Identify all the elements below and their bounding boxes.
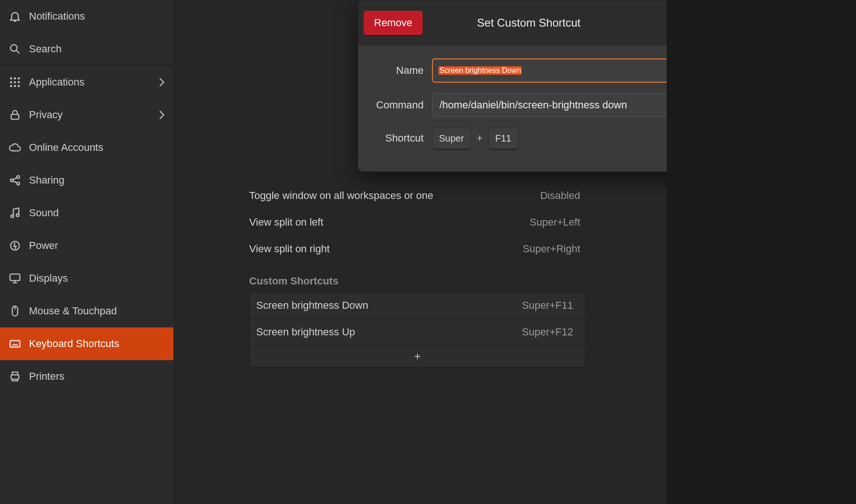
custom-shortcut-row[interactable]: Screen brightness Up Super+F12: [250, 319, 585, 345]
command-label: Command: [370, 99, 432, 111]
svg-point-8: [14, 85, 16, 87]
section-title-custom-shortcuts: Custom Shortcuts: [249, 262, 586, 292]
sidebar-item-label: Keyboard Shortcuts: [29, 338, 119, 350]
svg-point-6: [18, 81, 20, 84]
sidebar-item-applications[interactable]: Applications: [0, 66, 173, 99]
svg-point-7: [10, 85, 13, 87]
sidebar-item-label: Notifications: [29, 10, 85, 22]
custom-shortcuts-list: Screen brightness Down Super+F11 Screen …: [249, 292, 586, 368]
svg-point-3: [18, 78, 20, 80]
shortcut-row[interactable]: View split on left Super+Left: [249, 209, 586, 235]
svg-point-4: [10, 81, 13, 84]
shortcut-row-label: View split on left: [249, 216, 488, 228]
svg-point-15: [16, 214, 19, 217]
shortcut-row-label: Screen brightness Down: [256, 299, 481, 312]
search-icon: [8, 43, 22, 56]
svg-rect-20: [11, 375, 19, 379]
share-icon: [8, 174, 22, 187]
name-field-value: Screen brightness Down: [439, 66, 522, 75]
sidebar-item-online-accounts[interactable]: Online Accounts: [0, 131, 173, 164]
sidebar-item-label: Applications: [29, 76, 85, 88]
name-label: Name: [370, 64, 432, 77]
main-panel: own Toggle window on all workspaces or o…: [173, 0, 667, 504]
sidebar-item-label: Privacy: [29, 109, 63, 121]
dialog-header: Remove Set Custom Shortcut: [358, 0, 699, 45]
grid-icon: [8, 76, 22, 89]
svg-rect-19: [10, 341, 20, 347]
sidebar-item-search[interactable]: Search: [0, 33, 173, 65]
add-custom-shortcut-button[interactable]: [250, 345, 585, 367]
sidebar-item-label: Sound: [29, 207, 59, 219]
svg-rect-10: [11, 114, 19, 120]
sidebar-item-label: Sharing: [29, 174, 65, 186]
sidebar-item-sharing[interactable]: Sharing: [0, 164, 173, 197]
svg-point-1: [10, 78, 13, 80]
music-note-icon: [8, 206, 22, 220]
shortcut-row[interactable]: View split on right Super+Right: [249, 235, 586, 262]
sidebar-item-label: Power: [29, 240, 58, 252]
sidebar-item-notifications[interactable]: Notifications: [0, 0, 173, 33]
plus-icon: [413, 352, 422, 361]
sidebar-item-displays[interactable]: Displays: [0, 262, 173, 295]
sidebar-item-printers[interactable]: Printers: [0, 360, 173, 393]
shortcut-row-label: Toggle window on all workspaces or one: [249, 190, 488, 202]
dialog-title: Set Custom Shortcut: [358, 0, 699, 45]
sidebar-item-label: Online Accounts: [29, 142, 103, 154]
sidebar-item-sound[interactable]: Sound: [0, 197, 173, 229]
shortcut-row-label: Screen brightness Up: [256, 326, 481, 338]
shortcut-row-value: Super+F12: [481, 326, 579, 338]
sidebar-item-label: Printers: [29, 370, 65, 383]
custom-shortcut-row[interactable]: Screen brightness Down Super+F11: [250, 292, 585, 319]
keyboard-icon: [8, 337, 22, 350]
printer-icon: [8, 370, 22, 383]
svg-point-5: [14, 81, 16, 84]
shortcut-key[interactable]: Super: [432, 128, 471, 149]
shortcut-row-value: Disabled: [488, 190, 586, 202]
shortcut-row-value: Super+F11: [481, 299, 579, 312]
cloud-icon: [8, 141, 22, 154]
shortcut-row-label: View split on right: [249, 243, 488, 255]
sidebar-item-keyboard-shortcuts[interactable]: Keyboard Shortcuts: [0, 327, 173, 360]
name-field[interactable]: Screen brightness Down: [432, 58, 687, 83]
settings-sidebar: Notifications Search Applications Privac…: [0, 0, 173, 504]
set-custom-shortcut-dialog: Remove Set Custom Shortcut Name Screen b…: [358, 0, 700, 172]
svg-rect-17: [10, 274, 20, 281]
sidebar-item-power[interactable]: Power: [0, 229, 173, 262]
svg-point-0: [11, 45, 17, 51]
shortcut-label: Shortcut: [370, 132, 432, 144]
outside-area: [667, 0, 856, 504]
shortcut-key[interactable]: F11: [488, 128, 518, 149]
chevron-right-icon: [158, 110, 165, 120]
lock-icon: [8, 108, 22, 121]
svg-point-14: [11, 215, 14, 218]
bell-icon: [8, 10, 22, 23]
chevron-right-icon: [158, 77, 165, 87]
sidebar-item-label: Search: [29, 43, 62, 55]
svg-point-2: [14, 78, 16, 80]
shortcut-row-value: Super+Right: [488, 243, 586, 255]
command-field[interactable]: [432, 93, 687, 117]
shortcut-row[interactable]: Toggle window on all workspaces or one D…: [249, 182, 586, 209]
shortcut-row-value: Super+Left: [488, 216, 586, 228]
sidebar-item-privacy[interactable]: Privacy: [0, 99, 173, 131]
monitor-icon: [8, 272, 22, 285]
sidebar-item-label: Displays: [29, 272, 68, 284]
sidebar-item-label: Mouse & Touchpad: [29, 305, 117, 317]
plus-separator: +: [476, 132, 482, 144]
svg-point-9: [18, 85, 20, 87]
power-icon: [8, 239, 22, 252]
sidebar-item-mouse-touchpad[interactable]: Mouse & Touchpad: [0, 295, 173, 327]
mouse-icon: [8, 305, 22, 318]
